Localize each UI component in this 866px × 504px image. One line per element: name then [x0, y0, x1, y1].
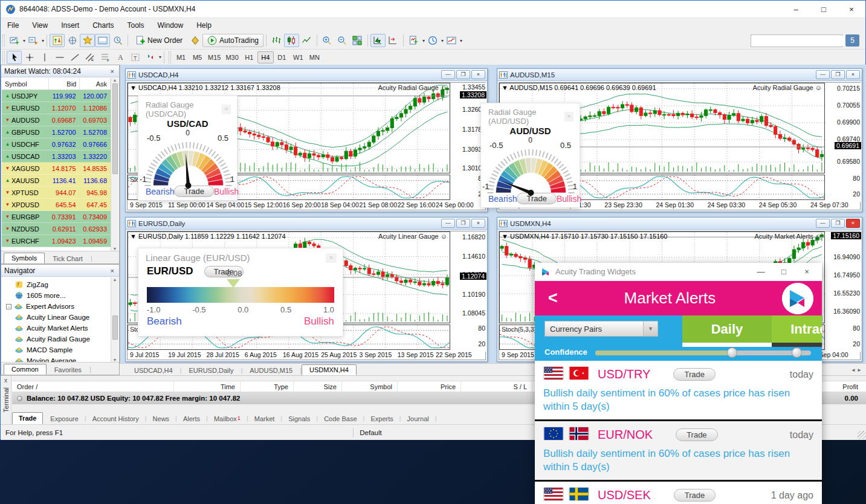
terminal-tab-mailbox[interactable]: Mailbox1	[208, 413, 247, 424]
timeframe-m15-button[interactable]: M15	[205, 51, 223, 63]
maximize-button[interactable]: □	[810, 1, 838, 18]
chart-dropdown-icon[interactable]: ▼	[502, 84, 509, 91]
chart-window-titlebar[interactable]: USDMXN,H4—❐×	[497, 218, 862, 230]
restore-button[interactable]: ❐	[831, 70, 845, 79]
scroll-down-icon[interactable]: ▼	[113, 358, 117, 362]
minimize-button[interactable]: —	[749, 267, 772, 276]
chart-dropdown-icon[interactable]: ▼	[130, 233, 138, 240]
market-watch-row[interactable]: ▼EURUSD1.120701.12086	[2, 102, 111, 114]
periods-button[interactable]	[425, 34, 440, 47]
back-button[interactable]: <	[548, 289, 558, 308]
navigator-item[interactable]: MACD Sample	[2, 344, 111, 355]
menu-item-help[interactable]: Help	[190, 19, 218, 31]
scroll-thumb[interactable]	[112, 315, 118, 340]
chart-window-titlebar[interactable]: USDCAD,H4—❐×	[126, 69, 487, 81]
terminal-tab-signals[interactable]: Signals	[282, 413, 316, 424]
close-button[interactable]: ×	[846, 219, 860, 228]
market-watch-row[interactable]: ▼EURCHF1.094231.09459	[2, 235, 111, 247]
terminal-tab-news[interactable]: News	[147, 413, 176, 424]
navigator-item[interactable]: -Expert Advisors	[2, 301, 111, 312]
new-order-button[interactable]: New Order	[131, 34, 187, 47]
new-chart-button[interactable]	[7, 34, 22, 47]
terminal-tab-experts[interactable]: Experts	[364, 413, 399, 424]
close-icon[interactable]: ×	[222, 105, 231, 114]
terminal-vertical-label[interactable]: Terminal	[2, 387, 10, 413]
alert-item[interactable]: USD/SEKTrade1 day agoBullish daily senti…	[535, 480, 822, 504]
terminal-column-time[interactable]: Time	[174, 381, 241, 392]
timeframe-d1-button[interactable]: D1	[274, 51, 290, 63]
confidence-slider[interactable]	[595, 351, 811, 355]
tab-favorites[interactable]: Favorites	[47, 365, 89, 375]
chart-dropdown-icon[interactable]: ▼	[130, 84, 138, 91]
market-watch-row[interactable]: ▲USDCAD1.332031.33220	[2, 150, 111, 163]
terminal-column-order[interactable]: Order /	[12, 381, 174, 392]
tab-symbols[interactable]: Symbols	[4, 253, 45, 263]
terminal-tab-exposure[interactable]: Exposure	[44, 413, 84, 424]
market-watch-row[interactable]: ▲XAUUSD1136.411136.68	[2, 175, 111, 187]
text-button[interactable]: A	[112, 51, 128, 64]
terminal-tab-alerts[interactable]: Alerts	[177, 413, 206, 424]
close-icon[interactable]: ×	[109, 68, 116, 75]
restore-button[interactable]: ❐	[456, 219, 470, 228]
trade-button[interactable]: Trade	[676, 428, 717, 441]
column-header-symbol[interactable]: Symbol	[2, 78, 49, 89]
horizontal-line-button[interactable]	[52, 51, 67, 64]
navigator-item[interactable]: fZigZag	[2, 279, 111, 290]
search-input[interactable]	[751, 36, 848, 46]
close-icon[interactable]: ×	[564, 112, 574, 121]
data-window-button[interactable]	[65, 34, 80, 47]
currency-pairs-dropdown[interactable]: Currency Pairs ▼	[544, 321, 658, 337]
restore-button[interactable]: ❐	[831, 219, 845, 228]
menu-item-window[interactable]: Window	[151, 19, 190, 31]
market-watch-row[interactable]: ▲USDJPY119.992120.007	[2, 90, 111, 102]
timeframe-w1-button[interactable]: W1	[290, 51, 306, 63]
menu-item-charts[interactable]: Charts	[86, 19, 120, 31]
radial-gauge-audusd[interactable]: Radial Gauge (AUD/USD)×AUD/USD0-0.50.5-1…	[480, 103, 580, 208]
close-icon[interactable]: x	[4, 376, 7, 385]
terminal-column-sl[interactable]: S / L	[461, 381, 532, 392]
vertical-line-button[interactable]	[37, 51, 52, 64]
market-watch-row[interactable]: ▲GBPUSD1.527001.52708	[2, 126, 111, 138]
line-chart-button[interactable]	[299, 34, 314, 47]
chart-dropdown-icon[interactable]: ▼	[502, 233, 510, 240]
terminal-tab-trade[interactable]: Trade	[12, 412, 43, 424]
terminal-tab-code-base[interactable]: Code Base	[318, 413, 363, 424]
menu-item-file[interactable]: File	[1, 19, 25, 31]
terminal-column-type[interactable]: Type	[241, 381, 294, 392]
navigator-scrollbar[interactable]: ▲▼	[111, 277, 118, 362]
timeframe-m5-button[interactable]: M5	[189, 51, 205, 63]
timeframe-h1-button[interactable]: H1	[241, 51, 257, 63]
chart-tab-usdcad-h4[interactable]: USDCAD,H4	[127, 366, 180, 375]
restore-button[interactable]: ❐	[456, 70, 470, 79]
terminal-column-size[interactable]: Size	[294, 381, 342, 392]
trade-button[interactable]: Trade	[674, 489, 716, 502]
navigator-item[interactable]: 1605 more...	[2, 290, 111, 301]
scroll-left-icon[interactable]: ◄	[851, 367, 857, 373]
radial-gauge-usdcad[interactable]: Radial Gauge (USD/CAD)×USD/CAD0-0.50.5-1…	[138, 95, 238, 201]
zoom-out-button[interactable]	[335, 34, 350, 47]
fibonacci-button[interactable]: F	[97, 51, 112, 64]
terminal-column-price[interactable]: Price	[398, 381, 461, 392]
market-watch-row[interactable]: ▼NZDUSD0.629110.62933	[2, 223, 111, 235]
market-watch-row[interactable]: ▼EURGBP0.733910.73409	[2, 211, 111, 223]
scroll-right-icon[interactable]: ►	[857, 367, 862, 373]
market-watch-scrollbar[interactable]: ▲▼	[111, 78, 118, 251]
indicators-button[interactable]	[406, 34, 421, 47]
scroll-up-icon[interactable]: ▲	[113, 78, 117, 82]
menu-item-tools[interactable]: Tools	[121, 19, 151, 31]
minimize-button[interactable]: –	[782, 1, 810, 18]
timeframe-h4-button[interactable]: H4	[257, 51, 274, 63]
zoom-in-button[interactable]	[320, 34, 335, 47]
auto-scroll-button[interactable]	[370, 34, 386, 47]
minimize-button[interactable]: —	[441, 70, 455, 79]
resize-grip[interactable]	[858, 431, 866, 439]
profiles-button[interactable]	[25, 34, 40, 47]
scroll-thumb[interactable]	[112, 83, 118, 174]
alert-item[interactable]: EUR/NOKTradetodayBullish daily sentiment…	[535, 419, 822, 480]
terminal-tab-journal[interactable]: Journal	[401, 413, 435, 424]
navigator-button[interactable]	[80, 34, 95, 47]
chart-tab-eurusd-daily[interactable]: EURUSD,Daily	[181, 366, 241, 375]
close-icon[interactable]: ×	[326, 253, 337, 263]
templates-button[interactable]	[444, 34, 459, 47]
text-label-button[interactable]: T	[128, 51, 143, 64]
